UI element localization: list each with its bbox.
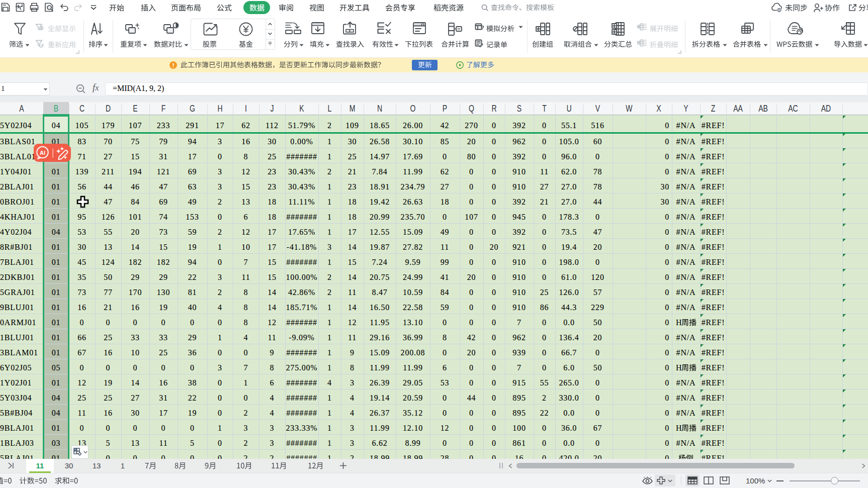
svg-text:H: H [676,363,682,372]
svg-text:?: ? [481,25,484,31]
svg-text:H: H [676,318,682,327]
svg-text:AI: AI [40,149,45,155]
svg-text:H: H [676,424,682,432]
